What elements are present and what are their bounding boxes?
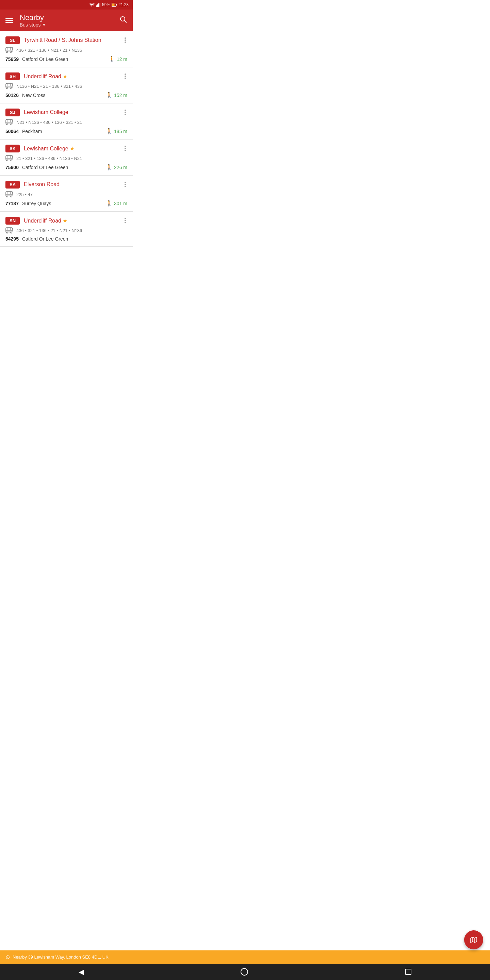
bus-icon	[5, 47, 13, 53]
stop-number-dest: 50064 Peckham	[5, 129, 42, 134]
walk-icon: 🚶	[106, 200, 113, 207]
more-options-button[interactable]	[123, 144, 127, 153]
svg-point-18	[6, 88, 8, 89]
stop-name: Tyrwhitt Road / St Johns Station	[24, 37, 123, 43]
more-options-button[interactable]	[123, 180, 127, 189]
svg-point-11	[6, 52, 8, 53]
stop-code-badge: EA	[5, 181, 20, 189]
stop-distance: 🚶 226 m	[106, 164, 127, 170]
menu-button[interactable]	[5, 18, 13, 23]
status-bar: 59% 21:23	[0, 0, 133, 10]
stop-footer: 77187 Surrey Quays 🚶 301 m	[5, 200, 127, 207]
stop-number-dest: 75659 Catford Or Lee Green	[5, 56, 68, 62]
stop-routes: 436 • 321 • 136 • 21 • N21 • N136	[16, 228, 82, 233]
battery-icon	[111, 3, 117, 7]
stop-routes: 436 • 321 • 136 • N21 • 21 • N136	[16, 48, 82, 53]
status-icons: 59% 21:23	[89, 2, 129, 7]
stop-header: SN Undercliff Road ★	[5, 216, 127, 224]
stop-destination: Catford Or Lee Green	[22, 236, 68, 242]
app-bar-title: Nearby	[20, 13, 119, 22]
bus-icon	[5, 191, 13, 197]
app-bar: Nearby Bus stops ▼	[0, 10, 133, 31]
svg-rect-5	[116, 4, 117, 6]
stops-list: SL Tyrwhitt Road / St Johns Station 436 …	[0, 31, 133, 247]
stop-destination: Peckham	[22, 129, 42, 134]
app-bar-title-area: Nearby Bus stops ▼	[20, 13, 119, 27]
stop-number: 50126	[5, 92, 19, 98]
stop-footer: 54295 Catford Or Lee Green	[5, 236, 127, 242]
stop-name: Elverson Road	[24, 181, 123, 188]
stop-routes: N136 • N21 • 21 • 136 • 321 • 436	[16, 84, 82, 89]
stop-header: SK Lewisham College ★	[5, 144, 127, 153]
svg-rect-6	[112, 4, 115, 6]
stop-routes-row: N136 • N21 • 21 • 136 • 321 • 436	[5, 83, 127, 89]
stop-destination: New Cross	[22, 92, 45, 98]
stop-destination: Catford Or Lee Green	[22, 165, 68, 170]
bus-icon	[5, 119, 13, 125]
stop-name: Undercliff Road ★	[24, 218, 123, 224]
stop-footer: 75659 Catford Or Lee Green 🚶 12 m	[5, 56, 127, 62]
stop-routes: 21 • 321 • 136 • 436 • N136 • N21	[16, 156, 82, 161]
stop-item[interactable]: SK Lewisham College ★ 21 • 321 • 136 • 4…	[0, 140, 133, 176]
walk-icon: 🚶	[106, 128, 113, 134]
svg-line-8	[124, 21, 127, 23]
svg-point-33	[11, 160, 12, 161]
search-button[interactable]	[119, 15, 127, 25]
more-options-button[interactable]	[123, 36, 127, 44]
bus-icon	[5, 155, 13, 161]
stop-number: 75600	[5, 165, 19, 170]
star-icon: ★	[63, 73, 67, 79]
stop-number-dest: 50126 New Cross	[5, 92, 45, 98]
svg-rect-3	[99, 3, 100, 7]
svg-point-47	[11, 232, 12, 234]
stop-item[interactable]: EA Elverson Road 225 • 47 77187 Surrey Q…	[0, 176, 133, 212]
stop-footer: 50064 Peckham 🚶 185 m	[5, 128, 127, 134]
stop-footer: 50126 New Cross 🚶 152 m	[5, 92, 127, 98]
stop-header: SJ Lewisham College	[5, 108, 127, 116]
stop-destination: Surrey Quays	[22, 201, 51, 206]
dropdown-arrow-icon: ▼	[42, 22, 46, 27]
more-options-button[interactable]	[123, 108, 127, 116]
svg-point-40	[11, 196, 12, 197]
stop-destination: Catford Or Lee Green	[22, 56, 68, 62]
stop-routes-row: 225 • 47	[5, 191, 127, 197]
search-icon	[119, 15, 127, 24]
svg-rect-0	[96, 5, 97, 7]
svg-point-39	[6, 196, 8, 197]
svg-point-26	[11, 124, 12, 125]
stop-header: EA Elverson Road	[5, 180, 127, 189]
stop-code-badge: SK	[5, 145, 20, 153]
svg-point-12	[11, 52, 12, 53]
stop-number: 54295	[5, 236, 19, 242]
stop-routes: N21 • N136 • 436 • 136 • 321 • 21	[16, 120, 82, 125]
stop-item[interactable]: SJ Lewisham College N21 • N136 • 436 • 1…	[0, 103, 133, 140]
more-options-button[interactable]	[123, 72, 127, 80]
stop-number: 50064	[5, 129, 19, 134]
stop-number: 77187	[5, 201, 19, 206]
stop-routes-row: N21 • N136 • 436 • 136 • 321 • 21	[5, 119, 127, 125]
svg-point-25	[6, 124, 8, 125]
stop-footer: 75600 Catford Or Lee Green 🚶 226 m	[5, 164, 127, 170]
svg-point-19	[11, 88, 12, 89]
stop-routes-row: 21 • 321 • 136 • 436 • N136 • N21	[5, 155, 127, 161]
stop-routes-row: 436 • 321 • 136 • N21 • 21 • N136	[5, 47, 127, 53]
stop-distance: 🚶 152 m	[106, 92, 127, 98]
svg-rect-2	[98, 3, 99, 7]
svg-point-32	[6, 160, 8, 161]
stop-item[interactable]: SH Undercliff Road ★ N136 • N21 • 21 • 1…	[0, 67, 133, 103]
svg-rect-1	[97, 5, 98, 7]
stop-name: Lewisham College	[24, 109, 123, 115]
stop-number-dest: 77187 Surrey Quays	[5, 201, 51, 206]
more-options-button[interactable]	[123, 216, 127, 224]
stop-code-badge: SL	[5, 37, 20, 44]
stop-item[interactable]: SN Undercliff Road ★ 436 • 321 • 136 • 2…	[0, 212, 133, 247]
stop-number-dest: 75600 Catford Or Lee Green	[5, 165, 68, 170]
stop-code-badge: SN	[5, 217, 20, 224]
stop-item[interactable]: SL Tyrwhitt Road / St Johns Station 436 …	[0, 31, 133, 67]
app-bar-subtitle[interactable]: Bus stops ▼	[20, 22, 119, 27]
stop-number: 75659	[5, 56, 19, 62]
stop-code-badge: SH	[5, 73, 20, 80]
stop-routes: 225 • 47	[16, 192, 33, 197]
stop-name: Undercliff Road ★	[24, 73, 123, 80]
star-icon: ★	[70, 146, 75, 151]
